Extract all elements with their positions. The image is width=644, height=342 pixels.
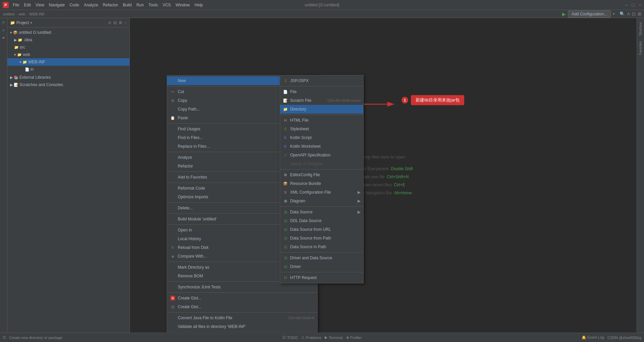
tree-item-src[interactable]: 📁 src xyxy=(7,44,129,51)
menu-refactor[interactable]: Refactor xyxy=(101,2,120,8)
close-button[interactable]: × xyxy=(639,2,641,8)
new-sub-ds-path[interactable]: ⊡ Data Source from Path xyxy=(280,234,363,243)
xml-arrow: ▶ xyxy=(358,190,361,195)
project-tools: ⊙ ⊟ ⚙ − xyxy=(108,20,127,25)
profiler-icon: ◈ xyxy=(346,335,349,340)
new-sub-editorconfig[interactable]: ⚙ EditorConfig File xyxy=(280,170,363,179)
menu-view[interactable]: View xyxy=(34,2,46,8)
new-sub-xml-config[interactable]: X XML Configuration File ▶ xyxy=(280,188,363,197)
tab-terminal-label: Terminal xyxy=(329,336,343,340)
minimize-button[interactable]: − xyxy=(625,2,628,8)
new-sub-openapi[interactable]: ✓ OpenAPI Specification xyxy=(280,151,363,159)
ds-in-path-icon: ⊡ xyxy=(283,244,288,250)
lib-icon: 📚 xyxy=(14,75,18,80)
new-sub-sep3 xyxy=(280,169,363,169)
swing-icon xyxy=(283,161,288,166)
project-tab-icon[interactable]: P xyxy=(0,19,7,26)
ctx-sep-11 xyxy=(167,292,317,293)
menu-edit[interactable]: Edit xyxy=(22,2,33,8)
expand-icon-idea: ▶ xyxy=(14,38,17,42)
event-log-label: Event Log xyxy=(587,335,604,339)
new-sub-html[interactable]: H HTML File xyxy=(280,116,363,125)
status-icon: ⊡ xyxy=(3,335,6,340)
new-sub-ds-path-label: Data Source from Path xyxy=(290,236,331,241)
menu-file[interactable]: File xyxy=(11,2,21,8)
scroll-to-file-button[interactable]: ⊙ xyxy=(108,20,111,25)
menu-analyze[interactable]: Analyze xyxy=(82,2,100,8)
ctx-copy-icon: ⧉ xyxy=(170,98,176,103)
ctx-create-gist2[interactable]: ⊙ Create Gist... xyxy=(167,302,317,311)
new-sub-diagram[interactable]: ⊞ Diagram ▶ xyxy=(280,197,363,205)
tree-item-untitled[interactable]: ▾ 📦 untitled G:\untitled xyxy=(7,29,129,36)
new-sub-ds-url[interactable]: ⊡ Data Source from URL xyxy=(280,225,363,234)
menu-code[interactable]: Code xyxy=(67,2,81,8)
app-icon: P xyxy=(3,2,9,8)
tab-problems[interactable]: ⚠ Problems xyxy=(301,335,321,340)
tree-item-webinf[interactable]: ▾ 📁 WEB-INF xyxy=(7,58,129,66)
new-sub-resource-label: Resource Bundle xyxy=(290,181,321,186)
add-configuration-button[interactable]: Add Configuration... xyxy=(568,10,611,18)
structure-tab-icon[interactable]: ≡ xyxy=(0,27,7,33)
new-sub-ddl[interactable]: ⊡ DDL Data Source xyxy=(280,216,363,225)
tab-profiler[interactable]: ◈ Profiler xyxy=(346,335,362,340)
new-sub-datasource[interactable]: ⊟ Data Source ▶ xyxy=(280,208,363,216)
menu-help[interactable]: Help xyxy=(193,2,205,8)
annotation-text: 新建lib目录用来放jar包 xyxy=(411,95,464,105)
annotation-container: 1 新建lib目录用来放jar包 xyxy=(401,95,464,105)
tree-item-scratches[interactable]: ▶ 📝 Scratches and Consoles xyxy=(7,81,129,88)
new-sub-jsp[interactable]: J JSP/JSPX xyxy=(280,76,363,85)
new-sub-kotlin-script[interactable]: K Kotlin Script xyxy=(280,133,363,142)
new-sub-driver-ds[interactable]: ⊡ Driver and Data Source xyxy=(280,254,363,262)
menu-run[interactable]: Run xyxy=(135,2,146,8)
menu-build[interactable]: Build xyxy=(121,2,134,8)
new-sub-ds-url-label: Data Source from URL xyxy=(290,227,331,232)
new-sub-file[interactable]: 📄 File xyxy=(280,87,363,96)
menu-navigate[interactable]: Navigate xyxy=(47,2,67,8)
hide-panel-button[interactable]: − xyxy=(124,20,127,25)
ctx-gist1-label: Create Gist... xyxy=(178,296,315,300)
left-sidebar-tabs: P ≡ ★ xyxy=(0,18,7,333)
ctx-create-gist1[interactable]: G Create Gist... xyxy=(167,294,317,302)
settings-button[interactable]: ⚙ xyxy=(119,20,122,25)
tab-profiler-label: Profiler xyxy=(350,336,362,340)
ctx-validate[interactable]: Validate all files in directory 'WEB-INF… xyxy=(167,322,317,331)
tab-todo[interactable]: ☑ TODO xyxy=(282,335,298,340)
new-sub-driver[interactable]: ⊡ Driver xyxy=(280,262,363,271)
new-sub-directory[interactable]: 📁 Directory xyxy=(280,105,363,114)
new-sub-ds-in-path[interactable]: ⊡ Data Source in Path xyxy=(280,243,363,251)
config-dropdown-icon[interactable]: ▾ xyxy=(613,12,615,16)
ctx-convert-kotlin[interactable]: Convert Java File to Kotlin File Ctrl+Al… xyxy=(167,314,317,322)
event-log-btn[interactable]: 🔔 Event Log xyxy=(582,335,604,340)
menu-window[interactable]: Window xyxy=(173,2,192,8)
tree-item-idea[interactable]: ▶ 📁 .idea xyxy=(7,36,129,44)
right-tab-structure[interactable]: Structure xyxy=(638,19,643,39)
breadcrumb-item-web[interactable]: web xyxy=(18,12,25,16)
new-sub-resource[interactable]: 📦 Resource Bundle xyxy=(280,179,363,188)
breadcrumb-item-webinf[interactable]: WEB-INF xyxy=(29,12,45,16)
menu-vcs[interactable]: VCS xyxy=(161,2,173,8)
restore-button[interactable]: □ xyxy=(632,2,634,8)
new-sub-ddl-label: DDL Data Source xyxy=(290,218,322,223)
menu-tools[interactable]: Tools xyxy=(147,2,160,8)
ctx-sync-junit[interactable]: Synchronize JUnit Tests xyxy=(167,283,317,291)
ctx-paste-icon: 📋 xyxy=(170,116,176,120)
tab-terminal[interactable]: ▶ Terminal xyxy=(325,335,343,340)
toolbar-icon-2: A xyxy=(627,11,630,16)
expand-icon: ▾ xyxy=(10,30,12,35)
new-sub-http[interactable]: H HTTP Request xyxy=(280,273,363,282)
ctx-convert-label: Convert Java File to Kotlin File xyxy=(178,316,288,320)
collapse-all-button[interactable]: ⊟ xyxy=(113,20,117,25)
new-sub-css[interactable]: S Stylesheet xyxy=(280,125,363,133)
tree-item-in[interactable]: 📄 in xyxy=(7,66,129,73)
breadcrumb-item-untitled[interactable]: untitled xyxy=(3,12,14,16)
favorites-tab-icon[interactable]: ★ xyxy=(0,34,7,41)
project-dropdown-icon[interactable]: ▾ xyxy=(30,20,32,25)
scratch-file-icon: 📝 xyxy=(283,98,288,103)
tree-label-web: web xyxy=(23,52,30,57)
tree-item-external[interactable]: ▶ 📚 External Libraries xyxy=(7,74,129,81)
new-sub-kotlin-ws[interactable]: K Kotlin Worksheet xyxy=(280,142,363,151)
new-sub-scratch[interactable]: 📝 Scratch File Ctrl+Alt+Shift+Insert xyxy=(280,96,363,105)
tree-item-web[interactable]: ▾ 📁 web xyxy=(7,51,129,58)
right-tab-favorites[interactable]: Favorites xyxy=(638,39,643,58)
new-submenu: J JSP/JSPX 📄 File 📝 Scratch File Ctrl+Al… xyxy=(280,75,364,283)
